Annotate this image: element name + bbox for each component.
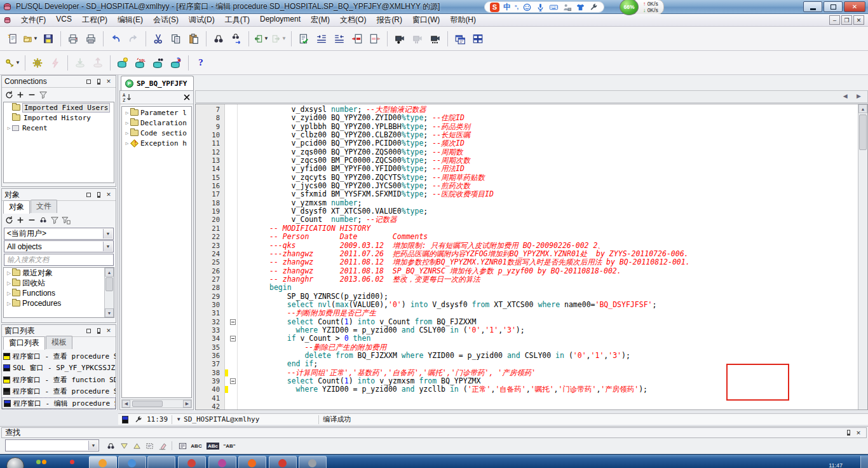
code-line[interactable]: 12 v_zqs000 BQ_YPYZ00.ZQS000%type; --周期数: [196, 148, 857, 156]
fold-collapse-icon[interactable]: [230, 336, 236, 341]
eraser-icon[interactable]: [156, 440, 168, 451]
menu-item-4[interactable]: 会话(S): [148, 13, 184, 27]
dropdown-arrow-icon[interactable]: ▼: [264, 36, 269, 41]
save-button[interactable]: [40, 31, 57, 47]
scroll-down-icon[interactable]: ▼: [105, 308, 114, 317]
code-line[interactable]: 23---qks 2009.03.12 增加限制: 只有短嘱写入皮试附加费用 B…: [196, 242, 857, 250]
scroll-up-icon[interactable]: ▲: [858, 104, 867, 113]
macro-pause-button[interactable]: [409, 31, 426, 47]
code-line[interactable]: 17 v_sfxmid BM_YYSFXM.SFXMID%type; --医院收…: [196, 190, 857, 198]
sogou-account-icon[interactable]: 10: [562, 3, 572, 12]
open-file-button[interactable]: ▼: [22, 31, 39, 47]
panel-maximize-icon[interactable]: [84, 78, 93, 86]
show-desktop-button[interactable]: [860, 456, 868, 468]
logon-key-button[interactable]: ▼: [4, 55, 21, 71]
scroll-left-icon[interactable]: ◀: [122, 400, 130, 408]
commit-button[interactable]: [72, 55, 88, 71]
dropdown-arrow-icon[interactable]: ▼: [15, 60, 20, 65]
taskbar-app-button-7[interactable]: [299, 456, 327, 468]
scroll-thumb[interactable]: [105, 277, 113, 291]
copy-button[interactable]: [168, 31, 184, 47]
find-in-selection-icon[interactable]: [144, 440, 155, 451]
marker-prev-button[interactable]: [367, 31, 383, 47]
print-button[interactable]: [65, 31, 81, 47]
code-browser-hscrollbar[interactable]: ◀ ▶: [121, 399, 192, 408]
filter-icon[interactable]: [39, 90, 48, 99]
menu-item-9[interactable]: 文档(O): [335, 13, 371, 27]
expand-arrow-icon[interactable]: ▷: [6, 301, 12, 306]
code-line[interactable]: 16 v_jycs00 BQ_YPYZ00.JYCS00%type; --煎药次…: [196, 182, 857, 190]
menu-item-8[interactable]: 宏(M): [306, 13, 335, 27]
sogou-settings-wrench-icon[interactable]: [589, 3, 599, 12]
browser-item-0[interactable]: ▷Parameter l: [122, 107, 191, 117]
cut-button[interactable]: [150, 31, 166, 47]
code-line[interactable]: 22-- Person Date Comments: [196, 233, 857, 241]
help-button[interactable]: ?: [193, 55, 209, 71]
expand-arrow-icon[interactable]: ▷: [124, 130, 130, 136]
expand-arrow-icon[interactable]: ▷: [124, 110, 130, 116]
tab-templates[interactable]: 模板: [46, 336, 72, 349]
menu-item-5[interactable]: 调试(D): [184, 13, 220, 27]
tab-objects[interactable]: 对象: [3, 200, 30, 214]
fold-collapse-icon[interactable]: [230, 378, 236, 384]
paste-button[interactable]: [186, 31, 202, 47]
browser-item-3[interactable]: ▷!Exception h: [122, 137, 191, 148]
object-folder-2[interactable]: ▷Functions: [4, 288, 114, 298]
code-line[interactable]: 24---zhangwz 2011.07.26 把药品医嘱的嘱附内容YZFOG增…: [196, 250, 857, 258]
window-list-item-1[interactable]: SQL 窗口 - SP_YF_YPKCSSJZ;: [2, 362, 116, 375]
menu-item-6[interactable]: 工具(T): [220, 13, 255, 27]
code-line[interactable]: 26-- zhangwz 2011.08.18 SP_BQ_YZNRSC 增加传…: [196, 267, 857, 275]
code-line[interactable]: 13 v_zqcs00 BM_PC0000.ZQCS00%type; --周期次…: [196, 156, 857, 165]
export-button[interactable]: ▼: [271, 31, 287, 47]
find-database-button[interactable]: [150, 55, 166, 71]
chevron-down-icon[interactable]: ▼: [103, 229, 112, 238]
menu-item-11[interactable]: 窗口(W): [407, 13, 445, 27]
find-button[interactable]: [210, 31, 227, 47]
expand-arrow-icon[interactable]: ▷: [6, 125, 12, 131]
code-line[interactable]: 28begin: [196, 284, 857, 292]
restore-button[interactable]: [824, 1, 843, 12]
code-line[interactable]: 18 v_yzmxsm number;: [196, 199, 857, 207]
panel-close-icon[interactable]: ✕: [104, 191, 113, 199]
close-browser-icon[interactable]: [182, 93, 191, 102]
add-icon[interactable]: [16, 216, 25, 224]
connection-item-2[interactable]: ▷Recent: [4, 123, 114, 133]
check-file-button[interactable]: [295, 31, 312, 47]
execute-bolt-button[interactable]: [47, 55, 64, 71]
taskbar-app-button-3[interactable]: [178, 456, 206, 468]
browser-item-2[interactable]: ▷Code sectio: [122, 127, 191, 137]
menu-item-2[interactable]: 工程(P): [77, 13, 112, 27]
code-line[interactable]: 32 select Count(1) into v_Count from BQ_…: [196, 318, 857, 326]
find-input[interactable]: ▼: [5, 439, 99, 451]
chevron-down-icon[interactable]: ▼: [88, 441, 98, 450]
remove-connection-icon[interactable]: [27, 90, 36, 99]
taskbar-app-button-6[interactable]: [269, 456, 297, 468]
code-line[interactable]: 29 SP_BQ_YZNRSC(p_yzid00);: [196, 292, 857, 301]
menu-item-3[interactable]: 编辑(E): [112, 13, 148, 27]
tab-window-list[interactable]: 窗口列表: [3, 336, 45, 350]
panel-pin-icon[interactable]: [844, 429, 853, 437]
fold-collapse-icon[interactable]: [230, 319, 236, 325]
minimize-button[interactable]: [803, 1, 822, 12]
scroll-up-icon[interactable]: ▲: [105, 268, 114, 277]
code-line[interactable]: 34 if v_Count > 0 then: [196, 334, 857, 343]
code-line[interactable]: 20 v_Count number; --记数器: [196, 216, 857, 224]
tab-scroll-arrows[interactable]: ◀ ▶: [843, 93, 865, 99]
code-line[interactable]: 10 v_clbz00 BQ_YPYZ00.CLBZ00%type; --长短医…: [196, 131, 857, 139]
connection-item-0[interactable]: Imported Fixed Users: [4, 102, 114, 113]
object-folder-1[interactable]: ▷回收站: [4, 278, 114, 288]
panel-close-icon[interactable]: ✕: [854, 429, 863, 437]
import-button[interactable]: ▼: [253, 31, 269, 47]
expand-arrow-icon[interactable]: ▷: [124, 141, 130, 146]
redo-button[interactable]: [125, 31, 142, 47]
expand-arrow-icon[interactable]: ▷: [6, 280, 12, 286]
tab-files[interactable]: 文件: [31, 200, 57, 213]
marker-next-button[interactable]: [349, 31, 365, 47]
code-line[interactable]: 8 v_zyid00 BQ_YPYZ00.ZYID00%type; --住院ID: [196, 114, 857, 122]
match-case-highlight-icon[interactable]: ABc: [207, 440, 219, 451]
sogou-voice-icon[interactable]: [536, 3, 545, 12]
sogou-skin-icon[interactable]: [576, 3, 585, 12]
cascade-windows-button[interactable]: [452, 31, 468, 47]
refresh-icon[interactable]: [4, 216, 13, 224]
browser-item-1[interactable]: ▷Declaration: [122, 117, 191, 127]
